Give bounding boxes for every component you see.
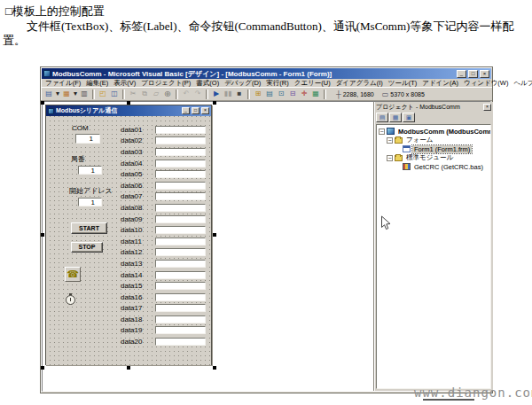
menu-editor-icon[interactable]: ▥ bbox=[79, 89, 90, 99]
start-address-textbox[interactable]: 1 bbox=[78, 198, 102, 206]
form-layout-icon[interactable]: ⊡ bbox=[276, 89, 286, 99]
dropdown-icon[interactable]: ▾ bbox=[55, 89, 60, 99]
menu-item[interactable]: 実行(R) bbox=[263, 79, 291, 88]
project-explorer-icon[interactable]: ⊞ bbox=[253, 89, 263, 99]
data-textbox[interactable] bbox=[155, 338, 206, 346]
open-icon[interactable]: ◰ bbox=[98, 89, 108, 99]
paste-icon[interactable]: ▱ bbox=[151, 89, 161, 99]
form-close-button[interactable]: × bbox=[201, 107, 209, 114]
position-value: 2288, 1680 bbox=[343, 91, 374, 97]
data-textbox[interactable] bbox=[155, 271, 206, 279]
data-textbox[interactable] bbox=[155, 326, 206, 334]
add-form-icon[interactable]: ▦ bbox=[61, 89, 72, 99]
toolbox-icon[interactable]: ✛ bbox=[299, 89, 309, 99]
data-row: data16 bbox=[121, 292, 206, 303]
view-code-button[interactable]: ▤ bbox=[376, 113, 388, 122]
resize-handle[interactable] bbox=[213, 233, 216, 237]
data-textbox[interactable] bbox=[155, 238, 206, 245]
break-icon[interactable]: ▮▮ bbox=[223, 89, 233, 99]
data-label: data16 bbox=[121, 293, 155, 301]
data-textbox[interactable] bbox=[155, 293, 206, 301]
data-textbox[interactable] bbox=[155, 126, 206, 134]
resize-handle[interactable] bbox=[127, 101, 130, 105]
resize-handle[interactable] bbox=[41, 101, 44, 105]
tree-expander-icon[interactable]: − bbox=[387, 155, 393, 161]
data-textbox[interactable] bbox=[155, 136, 206, 144]
menu-item[interactable]: ヘルプ(H) bbox=[511, 79, 532, 88]
project-explorer-close-button[interactable]: × bbox=[483, 104, 491, 111]
menu-item[interactable]: 編集(E) bbox=[83, 79, 111, 88]
position-icon: ┼ bbox=[336, 90, 341, 98]
save-icon[interactable]: ◫ bbox=[109, 89, 120, 99]
vb-ide-window: ModbusComm - Microsoft Visual Basic [デザイ… bbox=[40, 66, 493, 393]
tree-expander-icon[interactable]: − bbox=[387, 137, 393, 144]
data-view-icon[interactable]: ▦ bbox=[310, 89, 321, 99]
object-browser-icon[interactable]: ⊟ bbox=[287, 89, 298, 99]
toolbar-separator bbox=[92, 90, 95, 99]
data-textbox[interactable] bbox=[155, 170, 206, 178]
menu-item[interactable]: アドイン(A) bbox=[419, 79, 461, 88]
resize-handle[interactable] bbox=[41, 366, 44, 370]
data-textbox[interactable] bbox=[155, 304, 206, 312]
form-maximize-button[interactable]: □ bbox=[192, 107, 200, 114]
tree-item-label: Form1 (Form1.frm) bbox=[412, 145, 472, 153]
data-textbox[interactable] bbox=[155, 282, 206, 290]
station-textbox[interactable]: 1 bbox=[78, 166, 102, 175]
resize-handle[interactable] bbox=[41, 233, 44, 237]
data-textbox[interactable] bbox=[155, 215, 206, 223]
menu-item[interactable]: ツール(T) bbox=[386, 79, 419, 88]
data-textbox[interactable] bbox=[155, 148, 206, 156]
tree-item[interactable]: Form1 (Form1.frm) bbox=[377, 144, 490, 153]
data-textbox[interactable] bbox=[155, 226, 206, 234]
form-titlebar[interactable]: Modbusシリアル通信 _ □ × bbox=[46, 105, 211, 116]
com-textbox[interactable]: 1 bbox=[75, 134, 100, 144]
data-textbox[interactable] bbox=[155, 192, 206, 200]
cut-icon[interactable]: ✂ bbox=[128, 89, 138, 99]
data-textbox[interactable] bbox=[155, 248, 206, 256]
data-label: data06 bbox=[121, 182, 155, 190]
menu-item[interactable]: プロジェクト(P) bbox=[138, 79, 193, 88]
run-icon[interactable]: ▶ bbox=[211, 89, 222, 99]
resize-handle[interactable] bbox=[127, 366, 130, 370]
menu-item[interactable]: ファイル(F) bbox=[43, 79, 83, 88]
tree-item[interactable]: GetCRC (GetCRC.bas) bbox=[377, 162, 490, 171]
data-textbox[interactable] bbox=[155, 315, 206, 323]
stop-button[interactable]: STOP bbox=[71, 242, 103, 253]
data-textbox[interactable] bbox=[155, 182, 206, 190]
menu-item[interactable]: ウィンドウ(W) bbox=[461, 79, 511, 88]
data-textbox[interactable] bbox=[155, 160, 206, 167]
toggle-folders-button[interactable]: ▣ bbox=[403, 113, 415, 122]
copy-icon[interactable]: ⧉ bbox=[139, 89, 150, 99]
view-object-button[interactable]: ▦ bbox=[389, 113, 402, 122]
redo-icon[interactable]: ↷ bbox=[192, 89, 203, 99]
menu-item[interactable]: デバッグ(D) bbox=[222, 79, 263, 88]
menu-item[interactable]: ダイアグラム(I) bbox=[333, 79, 386, 88]
project-explorer-titlebar[interactable]: プロジェクト - ModbusComm × bbox=[374, 102, 493, 112]
menu-item[interactable]: 書式(O) bbox=[193, 79, 222, 88]
tree-item[interactable]: −フォーム bbox=[377, 136, 490, 144]
resize-handle[interactable] bbox=[213, 366, 216, 370]
project-icon bbox=[387, 128, 395, 135]
maximize-button[interactable]: □ bbox=[468, 70, 478, 78]
undo-icon[interactable]: ↶ bbox=[181, 89, 192, 99]
mscomm-control[interactable]: ☎ bbox=[65, 267, 81, 282]
start-button[interactable]: START bbox=[71, 222, 107, 234]
form-minimize-button[interactable]: _ bbox=[182, 107, 190, 114]
resize-handle[interactable] bbox=[213, 101, 216, 105]
minimize-button[interactable]: _ bbox=[457, 70, 466, 78]
menu-item[interactable]: 表示(V) bbox=[111, 79, 138, 88]
properties-window-icon[interactable]: ▤ bbox=[264, 89, 275, 99]
menu-item[interactable]: クエリー(U) bbox=[292, 79, 333, 88]
tree-item[interactable]: −標準モジュール bbox=[377, 153, 490, 162]
data-textbox[interactable] bbox=[155, 204, 206, 212]
end-icon[interactable]: ■ bbox=[234, 89, 245, 99]
timer-control[interactable] bbox=[65, 293, 77, 307]
ide-titlebar[interactable]: ModbusComm - Microsoft Visual Basic [デザイ… bbox=[42, 68, 491, 79]
data-textbox[interactable] bbox=[155, 260, 206, 268]
close-button[interactable]: × bbox=[480, 70, 489, 78]
dropdown-icon[interactable]: ▾ bbox=[73, 89, 78, 99]
tree-expander-icon[interactable]: − bbox=[379, 129, 385, 135]
find-icon[interactable]: ◎ bbox=[162, 89, 173, 99]
add-project-icon[interactable]: ▤ bbox=[43, 89, 54, 99]
tree-item[interactable]: −ModbusComm (ModbusComm.vbp) bbox=[377, 127, 490, 136]
